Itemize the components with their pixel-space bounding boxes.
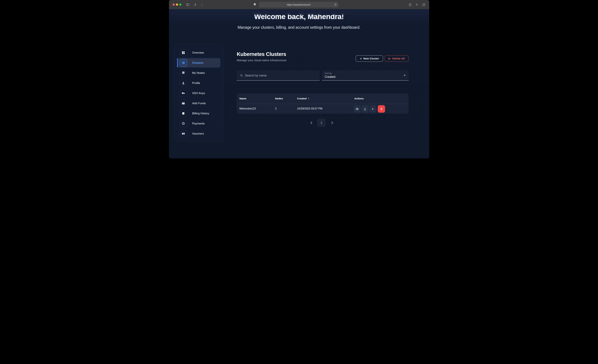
sidebar-item-clusters[interactable]: Clusters xyxy=(177,58,220,67)
sidebar-item-profile[interactable]: Profile xyxy=(174,78,223,88)
search-icon xyxy=(240,74,243,77)
sidebar-toggle-icon[interactable] xyxy=(186,3,190,7)
sidebar-item-overview[interactable]: Overview xyxy=(174,48,223,58)
sidebar-item-add-funds[interactable]: Add Funds xyxy=(174,98,223,108)
page-subtitle: Manage your cloud-native infrastructure xyxy=(237,59,287,62)
cell-cluster-name: Mahendra123 xyxy=(240,107,256,110)
search-field[interactable] xyxy=(237,70,320,81)
view-cluster-button[interactable] xyxy=(354,105,361,113)
share-icon[interactable] xyxy=(408,3,412,7)
address-bar[interactable]: https://myceliumcloud.tf xyxy=(259,2,339,8)
caret-down-icon xyxy=(404,75,406,76)
tab-overview-icon[interactable] xyxy=(422,3,425,7)
chevron-right-icon xyxy=(330,121,334,125)
back-button[interactable] xyxy=(193,3,197,7)
browser-toolbar: https://myceliumcloud.tf xyxy=(169,0,429,9)
column-header-created[interactable]: Created xyxy=(297,97,310,100)
plus-icon xyxy=(360,58,362,60)
sidebar-item-ssh-keys[interactable]: SSH Keys xyxy=(174,88,223,98)
column-header-actions: Actions xyxy=(354,97,364,100)
minimize-window-button[interactable] xyxy=(176,3,178,6)
clusters-table: Name Nodes Created Actions Mahendra123 2… xyxy=(237,93,409,114)
dashboard-icon xyxy=(180,49,187,56)
sort-select[interactable]: Sort by Created xyxy=(322,70,409,81)
download-icon xyxy=(363,107,367,111)
sort-value: Created xyxy=(325,75,335,79)
sidebar-item-billing-history[interactable]: Billing History xyxy=(174,108,223,118)
zoom-window-button[interactable] xyxy=(179,3,181,6)
row-actions xyxy=(354,105,385,113)
delete-sweep-icon xyxy=(388,57,391,60)
ticket-icon xyxy=(180,130,187,137)
sidebar-item-my-nodes[interactable]: My Nodes xyxy=(174,68,223,78)
trash-icon xyxy=(380,107,383,111)
page-title: Kubernetes Clusters xyxy=(237,51,286,57)
chevron-left-icon xyxy=(309,121,314,125)
page-content: Welcome back, Mahendra! Manage your clus… xyxy=(169,9,429,158)
delete-cluster-button[interactable] xyxy=(378,105,385,113)
next-page-button[interactable] xyxy=(330,121,334,125)
receipt-icon xyxy=(180,110,187,117)
sort-updown-icon xyxy=(307,97,310,100)
download-kubeconfig-button[interactable] xyxy=(361,105,368,113)
plus-icon xyxy=(371,107,374,111)
eye-icon xyxy=(356,107,359,111)
nodes-icon xyxy=(180,69,187,77)
sort-label: Sort by xyxy=(325,72,332,74)
reload-icon[interactable] xyxy=(334,3,337,6)
search-input[interactable] xyxy=(245,70,315,81)
sticky-header-blur xyxy=(169,9,429,15)
page-number-button[interactable]: 1 xyxy=(317,119,326,127)
forward-button[interactable] xyxy=(200,3,203,7)
address-bar-url: https://myceliumcloud.tf xyxy=(287,3,310,6)
column-header-name: Name xyxy=(240,97,247,100)
sidebar-item-vouchers[interactable]: Vouchers xyxy=(174,129,223,139)
credit-card-icon xyxy=(180,100,187,107)
key-icon xyxy=(180,90,187,97)
add-node-button[interactable] xyxy=(369,105,376,113)
delete-all-button[interactable]: Delete All xyxy=(385,55,409,62)
table-header: Name Nodes Created Actions xyxy=(237,93,409,104)
privacy-shield-icon[interactable] xyxy=(253,3,257,6)
cell-cluster-nodes: 2 xyxy=(275,107,277,110)
column-header-nodes: Nodes xyxy=(275,97,283,100)
pagination: 1 xyxy=(169,119,409,127)
person-icon xyxy=(180,79,187,87)
welcome-subtitle: Manage your clusters, billing, and accou… xyxy=(169,25,429,30)
close-window-button[interactable] xyxy=(173,3,175,6)
previous-page-button[interactable] xyxy=(309,121,314,125)
new-tab-icon[interactable] xyxy=(415,3,419,7)
table-row: Mahendra123 2 10/29/2025 03:07 PM xyxy=(237,104,409,114)
new-cluster-button[interactable]: New Cluster xyxy=(356,55,383,62)
clusters-icon xyxy=(180,59,187,66)
browser-window: https://myceliumcloud.tf Welcome ba xyxy=(169,0,429,158)
cell-cluster-created: 10/29/2025 03:07 PM xyxy=(297,107,323,110)
